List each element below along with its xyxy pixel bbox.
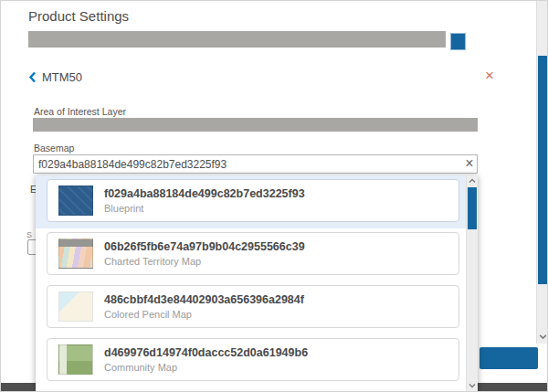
page-title: Product Settings [28, 8, 129, 24]
basemap-label: Basemap [34, 143, 74, 154]
basemap-name: Colored Pencil Map [104, 309, 304, 320]
basemap-name: Charted Territory Map [104, 256, 305, 267]
window-scrollbar-thumb[interactable] [538, 56, 548, 284]
occluded-label-fragment: S [26, 230, 32, 239]
basemap-input[interactable] [33, 154, 478, 174]
dropdown-scrollbar-thumb[interactable] [468, 187, 477, 229]
basemap-id: f029a4ba88184de499c82b7ed3225f93 [104, 187, 305, 200]
basemap-thumbnail [58, 291, 93, 322]
chevron-up-icon[interactable] [468, 176, 477, 185]
basemap-option[interactable]: f029a4ba88184de499c82b7ed3225f93 Bluepri… [47, 179, 459, 222]
chevron-down-icon[interactable] [468, 381, 477, 390]
basemap-option-row: 486cbbf4d3e84402903a656396a2984f Colored… [36, 281, 478, 334]
basemap-option[interactable]: d469976d14974f0daccc52d0a61949b6 Communi… [47, 338, 459, 381]
basemap-dropdown-list: f029a4ba88184de499c82b7ed3225f93 Bluepri… [36, 175, 478, 392]
product-settings-dialog: Product Settings MTM50 × Area of Interes… [0, 0, 548, 392]
chevron-left-icon [28, 71, 37, 83]
basemap-option[interactable]: 486cbbf4d3e84402903a656396a2984f Colored… [47, 285, 459, 328]
aoi-layer-label: Area of Interest Layer [34, 106, 126, 117]
product-name-label: MTM50 [42, 70, 82, 84]
basemap-option-row: f029a4ba88184de499c82b7ed3225f93 Bluepri… [36, 175, 478, 228]
basemap-name: Blueprint [104, 203, 305, 214]
back-navigation[interactable]: MTM50 [28, 70, 82, 84]
basemap-option-row [36, 387, 478, 392]
basemap-id: d469976d14974f0daccc52d0a61949b6 [104, 346, 308, 359]
aoi-layer-value-redacted[interactable] [33, 118, 478, 132]
basemap-option-row: d469976d14974f0daccc52d0a61949b6 Communi… [36, 334, 478, 387]
basemap-name: Community Map [104, 362, 308, 373]
clear-icon[interactable]: × [461, 155, 478, 172]
basemap-option[interactable]: 06b26f5fb6e74a97b9b04c2955566c39 Charted… [47, 232, 459, 275]
redacted-header-bar [28, 31, 446, 48]
basemap-thumbnail [58, 185, 93, 216]
close-icon[interactable]: × [485, 68, 494, 83]
dropdown-scrollbar[interactable] [466, 175, 478, 392]
basemap-id: 486cbbf4d3e84402903a656396a2984f [104, 293, 304, 306]
window-scrollbar[interactable] [536, 1, 548, 344]
basemap-thumbnail [58, 238, 93, 269]
basemap-dropdown: f029a4ba88184de499c82b7ed3225f93 Bluepri… [36, 175, 478, 392]
header-action-square[interactable] [450, 33, 466, 50]
basemap-option-row: 06b26f5fb6e74a97b9b04c2955566c39 Charted… [36, 228, 478, 281]
basemap-id: 06b26f5fb6e74a97b9b04c2955566c39 [104, 240, 305, 253]
chevron-down-icon[interactable] [538, 332, 548, 342]
basemap-thumbnail [58, 344, 93, 375]
primary-action-button[interactable] [480, 347, 538, 369]
